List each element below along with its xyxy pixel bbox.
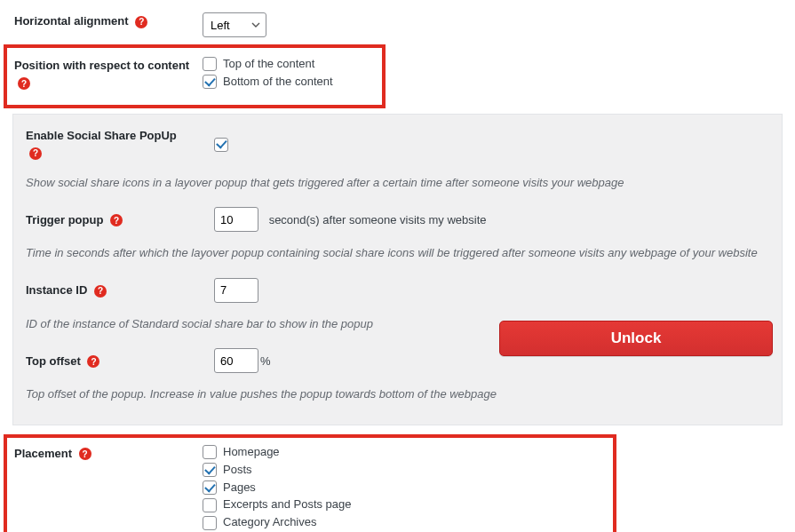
option-label: Category Archives bbox=[223, 515, 317, 530]
checkbox[interactable] bbox=[203, 57, 217, 71]
horizontal-alignment-field: LeftCenterRight bbox=[203, 12, 781, 37]
placement-option[interactable]: Homepage bbox=[203, 445, 606, 460]
option-label: Excerpts and Posts page bbox=[223, 497, 352, 512]
trigger-popup-label: Trigger popup ? bbox=[26, 211, 214, 229]
checkbox[interactable] bbox=[203, 75, 217, 89]
trigger-popup-description: Time in seconds after which the layover … bbox=[26, 244, 769, 262]
popup-panel: Enable Social Share PopUp ? Show social … bbox=[12, 114, 783, 425]
enable-popup-checkbox[interactable] bbox=[214, 138, 228, 152]
position-field: Top of the content Bottom of the content bbox=[203, 57, 375, 92]
placement-list: HomepagePostsPagesExcerpts and Posts pag… bbox=[203, 445, 606, 532]
label-text: Position with respect to content bbox=[14, 59, 189, 72]
instance-id-input[interactable] bbox=[214, 278, 258, 303]
placement-row: Placement ? HomepagePostsPagesExcerpts a… bbox=[14, 443, 606, 532]
unlock-button-label: Unlock bbox=[611, 330, 662, 347]
horizontal-alignment-label: Horizontal alignment ? bbox=[14, 12, 203, 30]
trigger-suffix: second(s) after someone visits my websit… bbox=[269, 213, 487, 226]
help-icon[interactable]: ? bbox=[110, 214, 123, 226]
label-text: Enable Social Share PopUp bbox=[26, 129, 177, 142]
position-top-option[interactable]: Top of the content bbox=[203, 57, 375, 72]
placement-option[interactable]: Category Archives bbox=[203, 515, 606, 530]
checkbox[interactable] bbox=[203, 463, 217, 477]
placement-label: Placement ? bbox=[14, 445, 203, 463]
enable-popup-field bbox=[214, 137, 769, 152]
instance-id-description: ID of the instance of Standard social sh… bbox=[26, 315, 523, 333]
label-text: Horizontal alignment bbox=[14, 14, 129, 28]
position-bottom-option[interactable]: Bottom of the content bbox=[203, 75, 375, 90]
help-icon[interactable]: ? bbox=[135, 16, 147, 28]
placement-option[interactable]: Posts bbox=[203, 463, 606, 478]
enable-popup-label: Enable Social Share PopUp ? bbox=[26, 127, 214, 162]
offset-unit: % bbox=[260, 354, 271, 368]
top-offset-input[interactable] bbox=[214, 348, 258, 373]
top-offset-description: Top offset of the popup. Increase in val… bbox=[26, 385, 769, 403]
placement-option[interactable]: Pages bbox=[203, 480, 606, 496]
placement-highlight-box: Placement ? HomepagePostsPagesExcerpts a… bbox=[4, 434, 616, 532]
help-icon[interactable]: ? bbox=[18, 77, 30, 90]
option-label: Posts bbox=[223, 463, 252, 478]
label-text: Trigger popup bbox=[26, 213, 103, 226]
help-icon[interactable]: ? bbox=[29, 147, 42, 160]
trigger-popup-row: Trigger popup ? second(s) after someone … bbox=[26, 200, 769, 239]
checkbox[interactable] bbox=[203, 445, 217, 459]
help-icon[interactable]: ? bbox=[87, 355, 99, 368]
option-label: Homepage bbox=[223, 445, 280, 460]
position-highlight-box: Position with respect to content ? Top o… bbox=[4, 44, 386, 108]
option-label: Top of the content bbox=[223, 57, 314, 72]
position-label: Position with respect to content ? bbox=[14, 57, 203, 91]
instance-id-field bbox=[214, 278, 769, 303]
position-row: Position with respect to content ? Top o… bbox=[14, 53, 375, 96]
unlock-button[interactable]: Unlock bbox=[499, 321, 773, 356]
horizontal-alignment-select[interactable]: LeftCenterRight bbox=[203, 12, 266, 37]
checkbox[interactable] bbox=[203, 516, 217, 530]
instance-id-label: Instance ID ? bbox=[26, 282, 214, 299]
checkbox[interactable] bbox=[203, 480, 217, 495]
placement-option[interactable]: Excerpts and Posts page bbox=[203, 497, 606, 512]
horizontal-alignment-row: Horizontal alignment ? LeftCenterRight bbox=[14, 5, 781, 44]
trigger-popup-field: second(s) after someone visits my websit… bbox=[214, 207, 769, 232]
label-text: Top offset bbox=[26, 354, 81, 368]
label-text: Instance ID bbox=[26, 283, 87, 297]
enable-popup-description: Show social share icons in a layover pop… bbox=[26, 174, 769, 192]
help-icon[interactable]: ? bbox=[79, 448, 91, 460]
option-label: Pages bbox=[223, 480, 256, 496]
top-offset-label: Top offset ? bbox=[26, 353, 214, 370]
checkbox[interactable] bbox=[203, 498, 217, 512]
label-text: Placement bbox=[14, 447, 72, 460]
help-icon[interactable]: ? bbox=[94, 285, 107, 298]
option-label: Bottom of the content bbox=[223, 75, 333, 90]
enable-popup-row: Enable Social Share PopUp ? bbox=[26, 120, 769, 169]
instance-id-row: Instance ID ? bbox=[26, 271, 769, 310]
trigger-seconds-input[interactable] bbox=[214, 207, 258, 232]
